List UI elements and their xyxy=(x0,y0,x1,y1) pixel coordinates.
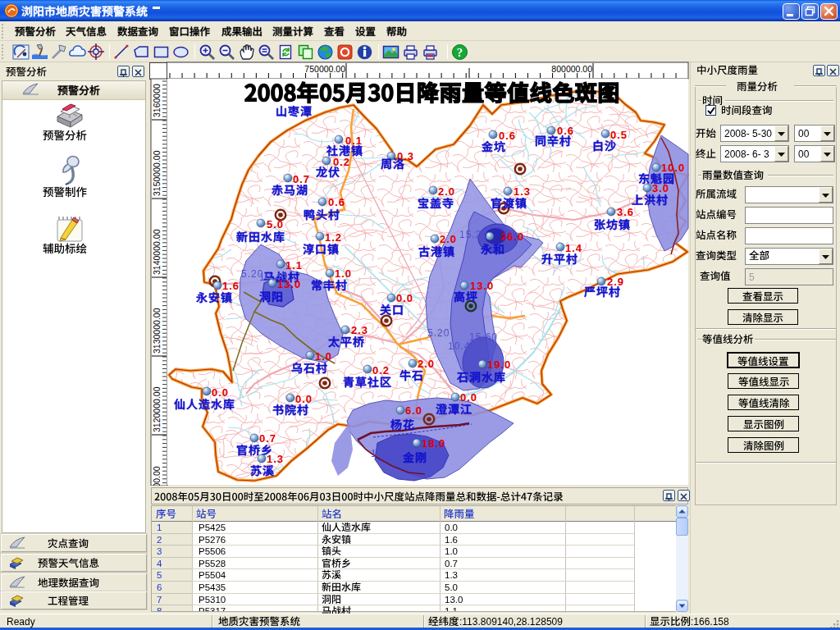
svg-text:5.20: 5.20 xyxy=(241,268,263,280)
svg-text:0.2: 0.2 xyxy=(333,156,350,168)
svg-text:800000.00: 800000.00 xyxy=(551,64,592,74)
svg-text:3160000: 3160000 xyxy=(152,84,162,117)
svg-text:0.0: 0.0 xyxy=(212,386,229,399)
svg-text:6.0: 6.0 xyxy=(405,404,422,417)
svg-text:10.40: 10.40 xyxy=(448,340,477,352)
svg-text:0.0: 0.0 xyxy=(460,391,477,404)
svg-text:1.0: 1.0 xyxy=(335,267,352,280)
svg-text:2.0: 2.0 xyxy=(440,233,457,245)
svg-text:3120000.00: 3120000.00 xyxy=(152,386,162,432)
svg-text:1.3: 1.3 xyxy=(514,185,531,198)
svg-text:26.0: 26.0 xyxy=(500,231,524,243)
svg-text:15.6: 15.6 xyxy=(371,448,393,459)
svg-text:10.40: 10.40 xyxy=(259,272,288,283)
svg-text:1.3: 1.3 xyxy=(267,453,284,465)
svg-text:1.0: 1.0 xyxy=(315,350,332,363)
svg-text:2.0: 2.0 xyxy=(438,185,455,198)
svg-text:2.9: 2.9 xyxy=(607,276,624,288)
svg-text:3.0: 3.0 xyxy=(652,182,669,194)
svg-text:750000.00: 750000.00 xyxy=(304,64,345,74)
svg-text:0.7: 0.7 xyxy=(259,432,276,445)
svg-text:3.6: 3.6 xyxy=(617,206,634,218)
svg-text:18.0: 18.0 xyxy=(422,437,445,450)
svg-text:15.60: 15.60 xyxy=(469,331,498,343)
svg-text:10.0: 10.0 xyxy=(661,162,685,174)
svg-text:1.4: 1.4 xyxy=(565,242,582,254)
svg-text:1.6: 1.6 xyxy=(222,280,240,292)
svg-text:?: ? xyxy=(457,46,463,59)
svg-text:3140000.00: 3140000.00 xyxy=(152,229,162,275)
svg-text:3150000.00: 3150000.00 xyxy=(152,150,162,196)
svg-text:2.3: 2.3 xyxy=(351,324,368,336)
svg-text:0.2: 0.2 xyxy=(372,364,390,377)
svg-text:19.0: 19.0 xyxy=(487,358,511,371)
svg-text:0.6: 0.6 xyxy=(557,125,574,137)
svg-text:0.6: 0.6 xyxy=(328,196,345,208)
svg-text:0.0: 0.0 xyxy=(295,393,313,405)
svg-text:5.20: 5.20 xyxy=(427,327,450,339)
svg-text:0.3: 0.3 xyxy=(397,150,414,162)
svg-text:0.5: 0.5 xyxy=(610,129,628,141)
svg-text:0.6: 0.6 xyxy=(499,130,516,142)
svg-text:3130000.00: 3130000.00 xyxy=(152,308,162,354)
svg-text:5.0: 5.0 xyxy=(267,218,284,231)
svg-text:13.0: 13.0 xyxy=(470,280,494,292)
svg-text:13.0: 13.0 xyxy=(277,278,301,290)
svg-text:2.0: 2.0 xyxy=(418,358,435,370)
svg-text:0.0: 0.0 xyxy=(396,292,413,304)
svg-text:1.1: 1.1 xyxy=(285,259,303,272)
svg-text:0.1: 0.1 xyxy=(345,135,363,147)
svg-text:15.20: 15.20 xyxy=(459,229,488,240)
svg-text:1.2: 1.2 xyxy=(325,231,342,244)
svg-text:0.7: 0.7 xyxy=(293,173,310,185)
